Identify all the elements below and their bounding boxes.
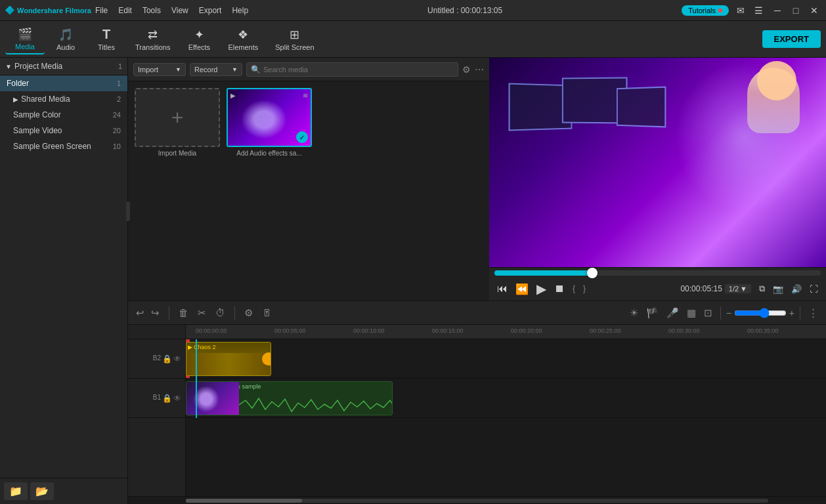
- import-media-item[interactable]: + Import Media: [135, 88, 220, 157]
- menu-icon[interactable]: ☰: [752, 5, 766, 16]
- zoom-out-button[interactable]: −: [726, 308, 731, 318]
- track2-label: B1 🔒 👁: [128, 379, 185, 418]
- menu-file[interactable]: File: [95, 6, 108, 15]
- panel-collapse-handle[interactable]: [126, 201, 130, 221]
- media-grid: + Import Media ▶ ≋ ✓ Add Audio e: [128, 81, 489, 301]
- timeline-track-labels: B2 🔒 👁 B1 🔒 👁: [128, 325, 186, 496]
- flag-button[interactable]: 🏴: [643, 306, 661, 320]
- record-dropdown[interactable]: Record ▼: [190, 63, 242, 76]
- timeline-scrollbar-area: [128, 496, 826, 504]
- grid-view-button[interactable]: ⋯: [475, 64, 484, 75]
- mic-button[interactable]: 🎤: [664, 306, 682, 320]
- clip-audio[interactable]: ▶ Add Audio Effects sample: [186, 381, 393, 415]
- menu-bar: File Edit Tools View Export Help: [95, 6, 248, 15]
- mosaic-button[interactable]: ▦: [684, 306, 699, 320]
- media-clip-thumb[interactable]: ▶ ≋ ✓: [227, 88, 312, 147]
- pip-tl-button[interactable]: ⊡: [701, 306, 715, 320]
- toolbar-splitscreen[interactable]: ⊞ Split Screen: [267, 25, 322, 54]
- tutorials-label: Tutorials: [688, 7, 716, 14]
- track2-eye[interactable]: 👁: [173, 394, 181, 403]
- elements-label: Elements: [228, 43, 258, 51]
- menu-view[interactable]: View: [171, 6, 188, 15]
- clip-chaos2[interactable]: ▶ Chaos 2 ⟺: [186, 342, 271, 376]
- folder-item[interactable]: Folder 1: [0, 75, 127, 91]
- timeline-right-controls: ☀ 🏴 🎤 ▦ ⊡ − + ⋮: [627, 306, 821, 320]
- transitions-label: Transitions: [135, 43, 170, 51]
- sample-video-item[interactable]: Sample Video 20: [0, 123, 127, 138]
- audio-icon: 🎵: [58, 28, 73, 42]
- step-back-button[interactable]: ⏮: [494, 282, 510, 296]
- toolbar-elements[interactable]: ❖ Elements: [220, 25, 266, 54]
- undo-button[interactable]: ↩: [133, 306, 147, 320]
- toolbar-audio[interactable]: 🎵 Audio: [46, 25, 85, 54]
- close-button[interactable]: ✕: [808, 5, 821, 16]
- media-clip-item[interactable]: ▶ ≋ ✓ Add Audio effects sa...: [227, 88, 312, 157]
- track2-id: B1: [153, 394, 161, 403]
- delete-button[interactable]: 🗑: [176, 306, 191, 320]
- track2-lock[interactable]: 🔒: [162, 394, 172, 403]
- timeline-scrollbar[interactable]: [186, 499, 768, 503]
- tutorials-button[interactable]: Tutorials: [682, 5, 729, 16]
- minimize-button[interactable]: ─: [771, 5, 784, 16]
- collapse-arrow[interactable]: ▼: [5, 63, 12, 70]
- sample-green-count: 10: [113, 142, 121, 150]
- filter-button[interactable]: ⚙: [462, 64, 471, 75]
- menu-help[interactable]: Help: [232, 6, 248, 15]
- menu-tools[interactable]: Tools: [142, 6, 161, 15]
- menu-export[interactable]: Export: [199, 6, 222, 15]
- left-panel: ▼ Project Media 1 Folder 1 ▶ Shared Medi…: [0, 58, 128, 504]
- more-button[interactable]: ⋮: [806, 306, 821, 320]
- import-media-label: Import Media: [158, 150, 196, 157]
- volume-button[interactable]: 🔊: [789, 282, 804, 295]
- play-button[interactable]: ▶: [534, 280, 549, 298]
- shared-media-label: Shared Media: [21, 94, 114, 104]
- progress-handle[interactable]: [587, 268, 598, 278]
- timeline-scroll-thumb[interactable]: [186, 499, 302, 503]
- clip-chaos2-header: ▶ Chaos 2: [188, 344, 216, 350]
- cut-button[interactable]: ✂: [195, 306, 209, 320]
- separator-4: [800, 306, 800, 320]
- import-dropdown[interactable]: Import ▼: [133, 63, 186, 76]
- shared-media-item[interactable]: ▶ Shared Media 2: [0, 91, 127, 107]
- track1-eye[interactable]: 👁: [173, 354, 181, 364]
- clip-drag-handle[interactable]: ⟺: [262, 343, 271, 375]
- elements-icon: ❖: [238, 28, 248, 42]
- email-icon[interactable]: ✉: [734, 5, 747, 16]
- import-media-thumb[interactable]: +: [135, 88, 220, 147]
- redo-button[interactable]: ↪: [148, 306, 162, 320]
- sample-color-item[interactable]: Sample Color 24: [0, 107, 127, 123]
- track1-lock[interactable]: 🔒: [162, 354, 172, 364]
- zoom-in-button[interactable]: +: [789, 308, 794, 318]
- audio-settings-button[interactable]: 🎚: [259, 306, 274, 320]
- app-logo: Wondershare Filmora: [5, 6, 91, 15]
- toolbar-effects[interactable]: ✦ Effects: [179, 25, 219, 54]
- effects-label: Effects: [188, 43, 210, 51]
- menu-edit[interactable]: Edit: [118, 6, 132, 15]
- remove-folder-button[interactable]: 📂: [30, 482, 54, 500]
- pip-button[interactable]: ⧉: [756, 282, 768, 295]
- fullscreen-button[interactable]: ⛶: [807, 282, 821, 295]
- new-folder-button[interactable]: 📁: [4, 482, 28, 500]
- zoom-slider[interactable]: [734, 308, 787, 318]
- stop-button[interactable]: ⏹: [552, 282, 567, 296]
- sample-green-item[interactable]: Sample Green Screen 10: [0, 138, 127, 154]
- properties-button[interactable]: ⚙: [242, 306, 255, 320]
- toolbar-transitions[interactable]: ⇄ Transitions: [127, 25, 178, 54]
- toolbar-titles[interactable]: T Titles: [87, 24, 126, 54]
- clip-chaos2-name: Chaos 2: [194, 344, 216, 350]
- ruler-mark-5: 00:00:25:00: [590, 327, 621, 334]
- search-icon: 🔍: [251, 65, 261, 74]
- progress-bar[interactable]: [494, 270, 821, 276]
- duration-button[interactable]: ⏱: [213, 306, 228, 320]
- frame-back-button[interactable]: ⏪: [513, 282, 531, 297]
- screenshot-button[interactable]: 📷: [770, 282, 786, 295]
- maximize-button[interactable]: □: [789, 5, 802, 16]
- sun-button[interactable]: ☀: [627, 306, 641, 320]
- toolbar-media[interactable]: 🎬 Media: [5, 24, 45, 54]
- project-media-header: ▼ Project Media 1: [0, 58, 127, 75]
- folder-label: Folder: [7, 79, 117, 88]
- progress-fill: [494, 270, 592, 276]
- page-indicator[interactable]: 1/2 ▼: [725, 284, 751, 293]
- export-button[interactable]: EXPORT: [762, 30, 821, 48]
- search-input[interactable]: [263, 66, 454, 74]
